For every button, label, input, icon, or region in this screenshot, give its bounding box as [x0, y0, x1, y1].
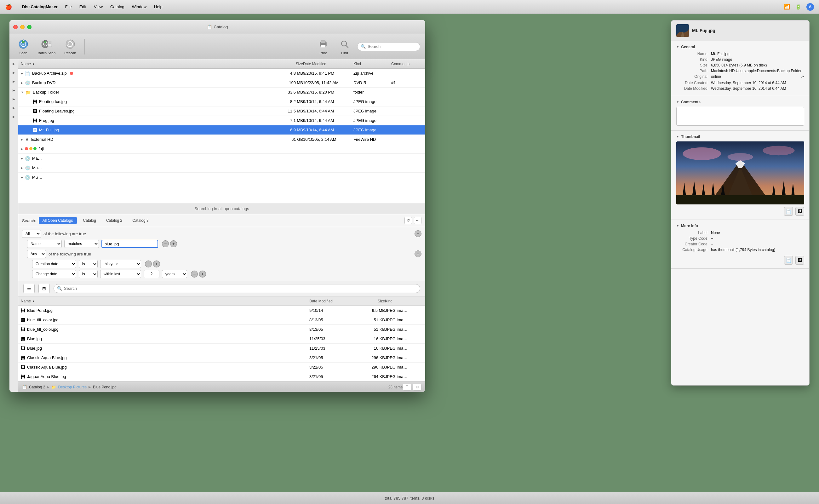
file-row[interactable]: ▶ 💿 Ma…: [18, 163, 425, 173]
sidebar-arrow-4[interactable]: ▶: [9, 86, 18, 95]
file-row[interactable]: 🖼 Frog.jpg 7.1 MB 9/10/14, 6:44 AM JPEG …: [18, 116, 425, 125]
rescan-button[interactable]: Rescan: [61, 37, 79, 57]
results-col-name[interactable]: Name ▲: [21, 299, 309, 303]
field-select-name[interactable]: Name: [27, 240, 62, 248]
thumbnail-triangle[interactable]: ▼: [676, 135, 679, 138]
add-rule-btn[interactable]: +: [415, 230, 421, 237]
results-col-size[interactable]: Size: [360, 299, 385, 303]
col-header-comments[interactable]: Comments: [391, 62, 423, 66]
all-any-select[interactable]: All: [22, 230, 41, 238]
criteria-value-input[interactable]: [101, 240, 158, 248]
field-select-creation[interactable]: Creation date: [32, 260, 76, 268]
add-sub-rule-btn[interactable]: +: [415, 250, 421, 257]
expand-triangle[interactable]: ▶: [21, 72, 23, 75]
add-creation-btn[interactable]: +: [153, 261, 160, 267]
tab-catalog1[interactable]: Catalog: [79, 217, 100, 224]
menu-catalog[interactable]: Catalog: [110, 4, 124, 9]
scan-button[interactable]: + Scan: [14, 37, 32, 57]
operator-select-matches[interactable]: matches: [64, 240, 99, 248]
search-result-row[interactable]: 🖼 blue_fill_color.jpg 8/13/05 51 KB JPEG…: [18, 325, 425, 334]
file-row[interactable]: ▶ 📄 Backup Archive.zip 4.8 MB 9/20/15, 9…: [18, 69, 425, 78]
col-header-kind[interactable]: Kind: [353, 62, 391, 66]
toolbar-search-box[interactable]: 🔍: [357, 42, 420, 51]
menu-edit[interactable]: Edit: [79, 4, 86, 9]
list-view-btn[interactable]: ☰: [23, 284, 35, 293]
menu-help[interactable]: Help: [154, 4, 163, 9]
value-select-within-last[interactable]: within last: [100, 270, 141, 278]
operator-select-is[interactable]: is: [79, 260, 98, 268]
user-menu[interactable]: A: [806, 3, 814, 11]
sidebar-arrow-6[interactable]: ▶: [9, 103, 18, 112]
add-sub-criteria-btn[interactable]: +: [170, 240, 177, 247]
col-header-name[interactable]: Name ▲: [21, 62, 278, 66]
file-row[interactable]: 🖼 Floating Leaves.jpg 11.5 MB 9/10/14, 6…: [18, 106, 425, 116]
expand-triangle[interactable]: ▶: [21, 138, 23, 141]
collapse-triangle[interactable]: ▼: [21, 91, 24, 94]
menu-window[interactable]: Window: [132, 4, 146, 9]
tab-catalog2[interactable]: Catalog 2: [102, 217, 126, 224]
wifi-icon[interactable]: 📶: [784, 4, 790, 10]
expand-triangle[interactable]: ▶: [21, 157, 23, 160]
search-options-btn[interactable]: ⋯: [414, 217, 421, 224]
file-row[interactable]: ▼ 📁 Backup Folder 33.6 MB 9/27/15, 8:20 …: [18, 88, 425, 97]
refresh-search-btn[interactable]: ↺: [404, 217, 412, 224]
col-header-size[interactable]: Size: [278, 62, 303, 66]
file-row[interactable]: ▶ 💿 Ma…: [18, 154, 425, 163]
file-row[interactable]: ▶ 💿 MS…: [18, 173, 425, 182]
maximize-button-main[interactable]: [27, 25, 31, 29]
file-row[interactable]: ▶ fuji: [18, 144, 425, 154]
search-result-row[interactable]: 🖼 Blue.jpg 11/25/03 16 KB JPEG ima…: [18, 344, 425, 353]
bottom-grid-view-btn[interactable]: ⊞: [413, 384, 421, 391]
results-col-kind[interactable]: Kind: [385, 299, 423, 303]
field-select-change[interactable]: Change date: [32, 270, 76, 278]
search-result-row[interactable]: 🖼 Classic Aqua Blue.jpg 3/21/05 296 KB J…: [18, 363, 425, 372]
file-row[interactable]: ▶ 💿 Backup DVD 190 MB 10/22/05, 11:42 AM…: [18, 78, 425, 88]
search-result-row[interactable]: 🖼 Blue.jpg 11/25/03 16 KB JPEG ima…: [18, 334, 425, 344]
original-arrow-btn[interactable]: ↗: [800, 74, 804, 79]
batch-scan-button[interactable]: + Batch Scan: [35, 37, 59, 57]
any-all-select[interactable]: Any: [27, 250, 46, 258]
more-share-btn[interactable]: 🖼: [795, 256, 804, 265]
add-change-btn[interactable]: +: [199, 271, 206, 278]
search-inline-input[interactable]: [64, 286, 417, 291]
apple-menu[interactable]: 🍎: [5, 3, 12, 10]
tab-catalog3[interactable]: Catalog 3: [129, 217, 152, 224]
share-btn[interactable]: 🖼: [795, 207, 804, 216]
general-triangle[interactable]: ▼: [676, 45, 679, 49]
menu-view[interactable]: View: [94, 4, 103, 9]
file-row[interactable]: 🖼 Floating Ice.jpg 8.2 MB 9/10/14, 6:44 …: [18, 97, 425, 106]
find-button[interactable]: Find: [336, 37, 353, 57]
sidebar-arrow-5[interactable]: ▶: [9, 95, 18, 103]
bottom-list-view-btn[interactable]: ☰: [403, 384, 411, 391]
expand-triangle[interactable]: ▶: [21, 81, 23, 84]
expand-triangle[interactable]: ▶: [21, 166, 23, 169]
search-result-row[interactable]: 🖼 Classic Aqua Blue.jpg 3/21/05 296 KB J…: [18, 353, 425, 363]
operator-select-is2[interactable]: is: [79, 270, 98, 278]
comments-triangle[interactable]: ▼: [676, 100, 679, 104]
remove-creation-btn[interactable]: −: [145, 261, 152, 267]
search-input-toolbar[interactable]: [368, 44, 417, 49]
tab-all-catalogs[interactable]: All Open Catalogs: [39, 217, 77, 224]
more-info-triangle[interactable]: ▼: [676, 224, 679, 227]
expand-triangle[interactable]: ▶: [21, 147, 23, 151]
sidebar-arrow-1[interactable]: ▶: [9, 59, 18, 68]
file-row[interactable]: ▶ 🖥 External HD 61 GB 10/10/05, 2:14 AM …: [18, 135, 425, 144]
more-export-btn[interactable]: 📄: [784, 256, 793, 265]
value-select-this-year[interactable]: this year: [100, 260, 141, 268]
within-last-number[interactable]: [144, 270, 159, 278]
close-button-main[interactable]: [13, 25, 18, 29]
search-result-row[interactable]: 🖼 Jaguar Aqua Blue.jpg 3/21/05 264 KB JP…: [18, 372, 425, 381]
results-col-date[interactable]: Date Modified: [309, 299, 360, 303]
search-result-row[interactable]: 🖼 Blue Pond.jpg 9/10/14 9.5 MB JPEG ima…: [18, 306, 425, 315]
add-criteria-btn[interactable]: +: [415, 230, 421, 237]
remove-criteria-btn[interactable]: −: [162, 240, 169, 247]
app-name[interactable]: DiskCatalogMaker: [22, 4, 58, 9]
search-result-row[interactable]: 🖼 blue_fill_color.jpg 8/13/05 51 KB JPEG…: [18, 315, 425, 325]
expand-triangle[interactable]: ▶: [21, 176, 23, 179]
export-btn[interactable]: 📄: [784, 207, 793, 216]
col-header-date[interactable]: Date Modified: [303, 62, 353, 66]
unit-select-years[interactable]: years: [162, 270, 187, 278]
comments-input[interactable]: [676, 107, 804, 126]
menu-file[interactable]: File: [65, 4, 72, 9]
minimize-button-main[interactable]: [20, 25, 25, 29]
